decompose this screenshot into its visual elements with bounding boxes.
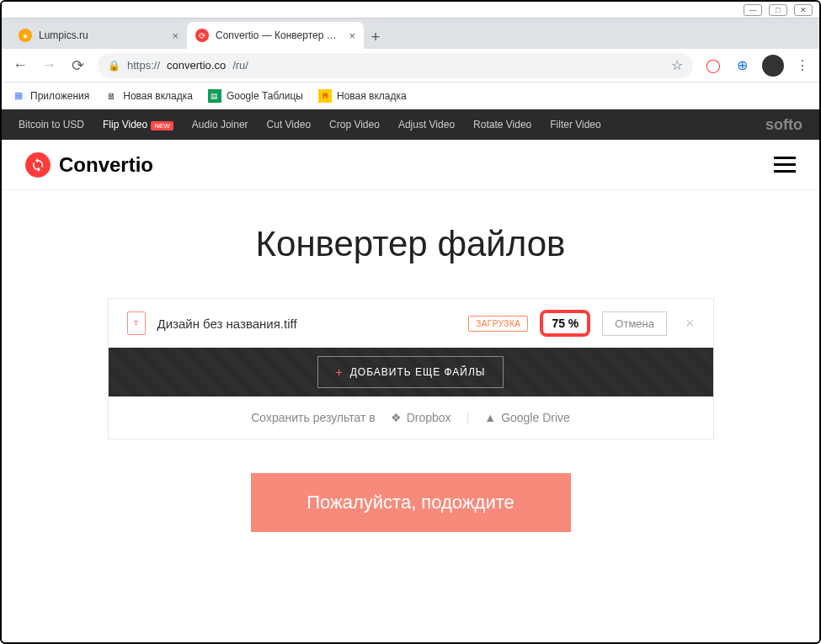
close-window-button[interactable]: ✕	[794, 4, 813, 16]
close-tab-icon[interactable]: ×	[349, 29, 355, 42]
convertio-logo-icon	[25, 152, 51, 178]
save-destination-row: Сохранить результат в ❖ Dropbox | ▲ Goog…	[109, 397, 713, 439]
lock-icon: 🔒	[108, 60, 120, 72]
divider: |	[466, 411, 470, 424]
address-bar[interactable]: 🔒 https://convertio.co/ru/ ☆	[98, 53, 693, 78]
main-content: Конвертер файлов T Дизайн без названия.t…	[2, 190, 819, 532]
url-scheme: https://	[127, 59, 160, 72]
favicon-icon: ⟳	[195, 29, 209, 42]
add-more-files-button[interactable]: + ДОБАВИТЬ ЕЩЕ ФАЙЛЫ	[317, 356, 503, 388]
softo-link[interactable]: Cut Video	[267, 119, 311, 130]
site-header: Convertio	[2, 140, 819, 190]
softo-link[interactable]: Adjust Video	[398, 119, 455, 130]
gdrive-icon: ▲	[484, 411, 496, 424]
bookmark-item[interactable]: ▦ Приложения	[12, 89, 89, 103]
browser-tabs: ● Lumpics.ru × ⟳ Convertio — Конвертер ф…	[2, 19, 819, 49]
extension-icon[interactable]: ⊕	[733, 57, 750, 74]
file-panel: T Дизайн без названия.tiff ЗАГРУЗКА 75 %…	[108, 298, 714, 439]
add-files-bar: + ДОБАВИТЬ ЕЩЕ ФАЙЛЫ	[109, 348, 713, 397]
remove-file-icon[interactable]: ×	[685, 315, 695, 333]
softo-link[interactable]: Flip VideoNEW	[103, 119, 173, 130]
save-option-dropbox[interactable]: ❖ Dropbox	[391, 411, 451, 424]
bookmark-label: Приложения	[30, 90, 89, 102]
bookmark-label: Google Таблицы	[227, 90, 303, 102]
bookmarks-bar: ▦ Приложения 🗎 Новая вкладка ▤ Google Та…	[2, 82, 819, 109]
file-name: Дизайн без названия.tiff	[157, 317, 457, 331]
page-title: Конвертер файлов	[2, 224, 819, 264]
window-titlebar: — □ ✕	[2, 2, 819, 19]
yandex-icon: Я	[318, 89, 332, 103]
convertio-logo[interactable]: Convertio	[25, 152, 153, 178]
bookmark-item[interactable]: ▤ Google Таблицы	[208, 89, 303, 103]
reload-button[interactable]: ⟳	[69, 56, 86, 75]
save-option-label: Dropbox	[407, 411, 451, 424]
softo-logo: softo	[765, 116, 802, 134]
browser-menu-icon[interactable]: ⋮	[796, 57, 809, 73]
browser-toolbar: ← → ⟳ 🔒 https://convertio.co/ru/ ☆ ◯ ⊕ ⋮	[2, 49, 819, 82]
favicon-icon: ●	[19, 29, 32, 42]
menu-button[interactable]	[774, 157, 796, 173]
back-button[interactable]: ←	[12, 56, 29, 74]
extension-icon[interactable]: ◯	[705, 57, 722, 74]
add-more-label: ДОБАВИТЬ ЕЩЕ ФАЙЛЫ	[350, 366, 486, 378]
softo-nav: Bitcoin to USD Flip VideoNEW Audio Joine…	[2, 109, 819, 140]
url-path: /ru/	[232, 59, 248, 72]
bookmark-label: Новая вкладка	[123, 90, 193, 102]
softo-link[interactable]: Crop Video	[329, 119, 380, 130]
bookmark-item[interactable]: 🗎 Новая вкладка	[104, 89, 193, 103]
brand-name: Convertio	[59, 153, 153, 177]
doc-icon: 🗎	[104, 89, 118, 103]
new-tab-button[interactable]: +	[364, 25, 387, 49]
upload-progress: 75 %	[540, 310, 590, 337]
bookmark-label: Новая вкладка	[337, 90, 407, 102]
apps-icon: ▦	[12, 89, 25, 103]
maximize-button[interactable]: □	[769, 4, 787, 16]
softo-link-label: Flip Video	[103, 119, 147, 130]
sheets-icon: ▤	[208, 89, 221, 103]
browser-tab-active[interactable]: ⟳ Convertio — Конвертер файлов ×	[187, 22, 364, 49]
minimize-button[interactable]: —	[744, 4, 762, 16]
new-badge: NEW	[151, 121, 173, 130]
file-type-icon: T	[127, 311, 146, 335]
save-label: Сохранить результат в	[251, 411, 376, 424]
softo-link[interactable]: Rotate Video	[473, 119, 531, 130]
softo-link[interactable]: Bitcoin to USD	[19, 119, 84, 130]
browser-tab[interactable]: ● Lumpics.ru ×	[10, 22, 187, 49]
forward-button[interactable]: →	[40, 56, 57, 74]
url-host: convertio.co	[167, 59, 226, 72]
profile-avatar[interactable]	[762, 55, 784, 77]
softo-link[interactable]: Filter Video	[550, 119, 600, 130]
bookmark-star-icon[interactable]: ☆	[671, 57, 683, 73]
upload-status-badge: ЗАГРУЗКА	[468, 316, 528, 332]
please-wait-button: Пожалуйста, подождите	[251, 473, 571, 532]
plus-icon: +	[335, 365, 343, 379]
file-row: T Дизайн без названия.tiff ЗАГРУЗКА 75 %…	[109, 299, 713, 348]
dropbox-icon: ❖	[391, 411, 402, 424]
bookmark-item[interactable]: Я Новая вкладка	[318, 89, 407, 103]
close-tab-icon[interactable]: ×	[172, 29, 179, 42]
cancel-button[interactable]: Отмена	[602, 311, 667, 336]
tab-title: Convertio — Конвертер файлов	[216, 29, 342, 41]
save-option-label: Google Drive	[501, 411, 570, 424]
softo-link[interactable]: Audio Joiner	[192, 119, 248, 130]
save-option-gdrive[interactable]: ▲ Google Drive	[484, 411, 570, 424]
tab-title: Lumpics.ru	[39, 29, 88, 41]
